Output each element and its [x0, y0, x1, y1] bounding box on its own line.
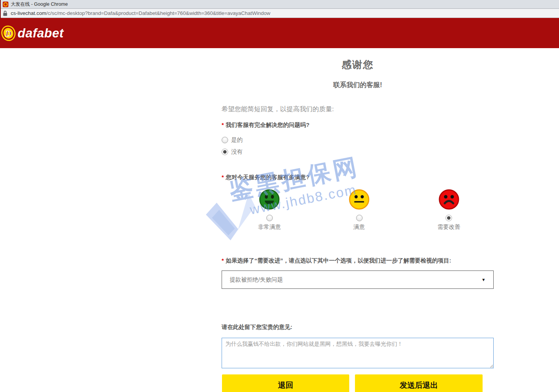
- required-asterisk: *: [222, 257, 224, 264]
- sad-red-face-icon: [439, 189, 459, 210]
- radio-needs-improvement[interactable]: [446, 215, 452, 221]
- radio-yes-label: 是的: [231, 136, 243, 144]
- brand-wordmark: dafabet: [18, 26, 64, 40]
- question3-label: *如果选择了“需要改进”，请点选以下其中一个选项，以便我们进一步了解需要检视的项…: [222, 257, 494, 264]
- action-buttons: 退回 发送后退出: [222, 374, 494, 392]
- chrome-window: 大发在线 - Google Chrome cs-livechat.com/c/s…: [0, 0, 559, 392]
- question1-label: *我们客服有完全解决您的问题吗?: [222, 121, 494, 129]
- site-favicon-icon: [3, 2, 8, 7]
- neutral-yellow-face-icon: [349, 189, 369, 210]
- url-domain: cs-livechat.com: [11, 10, 46, 16]
- required-asterisk: *: [222, 174, 224, 180]
- satisfied-label: 满意: [353, 224, 365, 231]
- url-text: cs-livechat.com/c/sc/mc-desktop?brand=Da…: [11, 10, 271, 16]
- radio-no-label: 没有: [231, 148, 243, 156]
- send-exit-button[interactable]: 发送后退出: [355, 374, 483, 392]
- dafabet-emblem-icon: D: [1, 24, 16, 42]
- radio-option-no[interactable]: 没有: [222, 148, 494, 156]
- chevron-down-icon: ▼: [481, 277, 486, 282]
- window-title: 大发在线 - Google Chrome: [11, 1, 68, 8]
- window-titlebar[interactable]: 大发在线 - Google Chrome: [0, 0, 559, 9]
- radio-satisfied[interactable]: [356, 215, 363, 221]
- needs-improvement-label: 需要改善: [437, 224, 460, 231]
- issue-dropdown[interactable]: 提款被拒绝/失败问题 ▼: [222, 271, 494, 289]
- url-bar[interactable]: cs-livechat.com/c/sc/mc-desktop?brand=Da…: [0, 9, 559, 18]
- comment-label: 请在此处留下您宝贵的意见:: [222, 324, 494, 331]
- intro-text: 希望您能简短回复，以提高我们的质量:: [222, 105, 494, 113]
- page-subtitle: 联系我们的客服!: [222, 80, 494, 89]
- svg-text:D: D: [5, 29, 11, 38]
- radio-yes-button[interactable]: [222, 137, 228, 143]
- required-asterisk: *: [222, 121, 224, 128]
- option-needs-improvement: 需要改善: [404, 189, 494, 231]
- option-very-satisfied: 非常满意: [225, 189, 314, 231]
- back-button[interactable]: 退回: [222, 374, 349, 392]
- brand-header: D dafabet: [0, 18, 559, 48]
- happy-green-face-icon: [259, 189, 280, 210]
- survey-form: 感谢您 联系我们的客服! 希望您能简短回复，以提高我们的质量: *我们客服有完全…: [222, 48, 494, 392]
- satisfaction-options: 非常满意 满意 需要改善: [222, 189, 494, 231]
- issue-dropdown-value: 提款被拒绝/失败问题: [230, 276, 283, 283]
- lock-icon[interactable]: [3, 11, 7, 16]
- question2-label: *您对今天服务您的客服有多满意?: [222, 174, 494, 181]
- radio-no-button[interactable]: [222, 149, 228, 155]
- comment-textarea[interactable]: 为什么我赢钱不给出款，你们网站就是黑网，想黑钱，我要去曝光你们！: [222, 338, 494, 368]
- page-title: 感谢您: [222, 58, 494, 71]
- radio-option-yes[interactable]: 是的: [222, 136, 494, 144]
- very-satisfied-label: 非常满意: [258, 224, 281, 231]
- question1-options: 是的 没有: [222, 136, 494, 156]
- url-path: /c/sc/mc-desktop?brand=Dafa&product=Dafa…: [46, 10, 271, 16]
- radio-very-satisfied[interactable]: [266, 215, 273, 221]
- option-satisfied: 满意: [314, 189, 404, 231]
